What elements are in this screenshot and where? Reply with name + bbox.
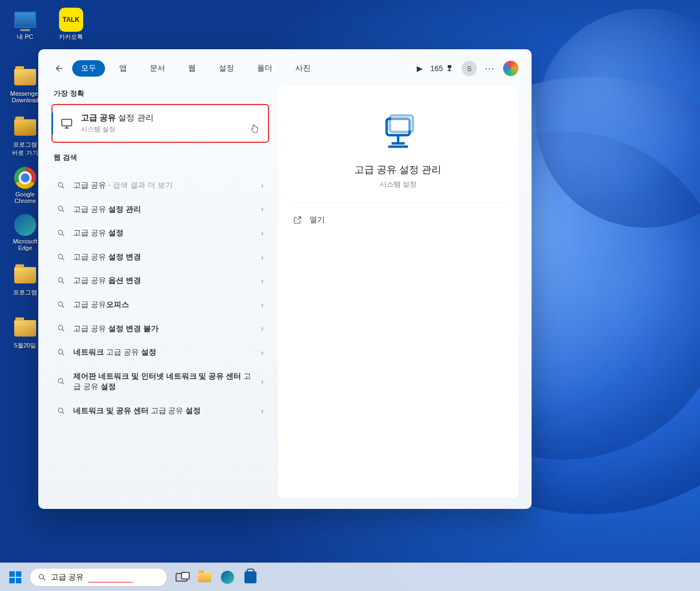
chevron-right-icon: › (261, 253, 264, 262)
svg-rect-12 (390, 115, 413, 132)
tab-settings[interactable]: 설정 (210, 60, 243, 77)
tab-all[interactable]: 모두 (72, 60, 105, 77)
arrow-left-icon (54, 63, 64, 73)
search-header: 모두 앱 문서 웹 설정 폴더 사진 ▶ 165 S ⋯ (51, 60, 518, 77)
folder-icon (14, 267, 36, 283)
chevron-right-icon: › (261, 300, 264, 309)
svg-point-4 (59, 254, 63, 258)
web-result-text: 네트워크 고급 공유 설정 (73, 347, 253, 358)
back-button[interactable] (51, 61, 67, 76)
best-match-subtitle: 시스템 설정 (81, 125, 154, 134)
desktop-icon-label: 프로그램 (13, 288, 37, 297)
tab-documents[interactable]: 문서 (141, 60, 174, 77)
more-button[interactable]: ⋯ (485, 62, 495, 74)
best-match-title: 고급 공유 설정 관리 (81, 113, 154, 123)
taskbar-search-input[interactable] (51, 573, 159, 582)
web-result-item[interactable]: 고급 공유 옵션 변경 › (51, 269, 269, 293)
desktop-icon-label: Messenger Download (8, 90, 43, 103)
web-result-text: 고급 공유 설정 변경 (73, 252, 253, 263)
web-result-item[interactable]: 네트워크 및 공유 센터 고급 공유 설정 › (51, 399, 269, 423)
chevron-right-icon: › (261, 229, 264, 237)
svg-point-10 (59, 408, 63, 412)
svg-point-6 (59, 302, 63, 306)
best-match-result[interactable]: 고급 공유 설정 관리 시스템 설정 (51, 104, 269, 143)
web-result-item[interactable]: 고급 공유 - 검색 결과 더 보기 › (51, 173, 269, 198)
search-icon (57, 407, 66, 415)
chevron-right-icon: › (261, 205, 264, 213)
web-result-text: 고급 공유 옵션 변경 (73, 275, 253, 286)
copilot-icon[interactable] (503, 61, 518, 76)
cursor-hand-icon (249, 124, 259, 134)
desktop-icon-label: 5월20일 (14, 341, 36, 350)
store-button[interactable] (242, 569, 259, 586)
search-icon (57, 276, 66, 285)
section-best-match: 가장 정확 (54, 89, 269, 99)
search-icon (57, 205, 66, 213)
taskbar-search-box[interactable] (30, 568, 167, 587)
search-icon (57, 253, 66, 262)
web-result-item[interactable]: 고급 공유오피스 › (51, 293, 269, 317)
file-explorer-button[interactable] (196, 569, 213, 586)
chevron-right-icon: › (261, 276, 264, 285)
rewards-points[interactable]: 165 (430, 64, 454, 73)
results-column: 가장 정확 고급 공유 설정 관리 시스템 설정 웹 검색 고급 공유 - 검색… (51, 86, 269, 498)
points-value: 165 (430, 64, 443, 73)
tab-web[interactable]: 웹 (179, 60, 205, 77)
folder-icon (14, 320, 36, 337)
edge-icon (14, 214, 36, 236)
tab-apps[interactable]: 앱 (110, 60, 136, 77)
search-popup: 모두 앱 문서 웹 설정 폴더 사진 ▶ 165 S ⋯ 가장 정확 고급 공유… (38, 49, 532, 509)
web-result-text: 고급 공유 설정 (73, 228, 253, 239)
web-result-item[interactable]: 고급 공유 설정 변경 › (51, 245, 269, 269)
desktop-icon-this-pc[interactable]: 내 PC (5, 5, 45, 43)
folder-icon (14, 69, 36, 85)
search-icon (57, 324, 66, 333)
search-icon (57, 377, 66, 386)
svg-point-9 (59, 379, 63, 383)
search-icon (57, 229, 66, 237)
svg-point-1 (59, 182, 63, 187)
web-result-item[interactable]: 고급 공유 설정 변경 불가 › (51, 317, 269, 341)
search-icon (57, 181, 66, 190)
web-result-text: 고급 공유 설정 관리 (73, 204, 253, 215)
open-action[interactable]: 열기 (291, 210, 327, 230)
svg-rect-0 (62, 119, 72, 126)
web-result-item[interactable]: 고급 공유 설정 › (51, 221, 269, 245)
kakao-icon: TALK (59, 8, 83, 32)
web-result-item[interactable]: 고급 공유 설정 관리 › (51, 198, 269, 222)
web-result-text: 고급 공유오피스 (73, 299, 253, 310)
chevron-right-icon: › (261, 407, 264, 415)
user-avatar[interactable]: S (462, 61, 477, 76)
web-result-text: 제어판 네트워크 및 인터넷 네트워크 및 공유 센터 고급 공유 설정 (73, 371, 253, 392)
folder-icon (14, 119, 36, 136)
tab-photos[interactable]: 사진 (287, 60, 319, 77)
svg-point-8 (59, 350, 63, 354)
svg-point-2 (59, 206, 63, 211)
spellcheck-underline (88, 582, 133, 583)
start-button[interactable] (7, 569, 24, 586)
search-icon (57, 348, 66, 357)
chevron-right-icon: › (261, 348, 264, 357)
web-result-text: 고급 공유 설정 변경 불가 (73, 323, 253, 334)
taskbar (0, 563, 700, 591)
open-label: 열기 (310, 215, 325, 225)
web-result-item[interactable]: 네트워크 고급 공유 설정 › (51, 340, 269, 364)
monitor-network-icon (378, 114, 418, 153)
folder-icon (198, 572, 211, 582)
detail-panel: 고급 공유 설정 관리 시스템 설정 열기 (278, 86, 518, 498)
desktop-icon-kakaotalk[interactable]: TALK 카카오톡 (51, 5, 91, 43)
web-result-item[interactable]: 제어판 네트워크 및 인터넷 네트워크 및 공유 센터 고급 공유 설정 › (51, 364, 269, 399)
web-results-list: 고급 공유 - 검색 결과 더 보기 › 고급 공유 설정 관리 › 고급 공유… (51, 173, 269, 423)
play-icon[interactable]: ▶ (417, 64, 423, 73)
chrome-icon (14, 167, 36, 189)
task-view-button[interactable] (173, 569, 190, 586)
pc-icon (14, 11, 36, 28)
monitor-icon (60, 117, 73, 130)
desktop-icon-label: Microsoft Edge (8, 238, 43, 251)
edge-icon (221, 571, 234, 584)
svg-point-5 (59, 278, 63, 282)
windows-logo-icon (9, 571, 21, 583)
tab-folders[interactable]: 폴더 (248, 60, 281, 77)
edge-button[interactable] (219, 569, 236, 586)
chevron-right-icon: › (261, 181, 264, 190)
